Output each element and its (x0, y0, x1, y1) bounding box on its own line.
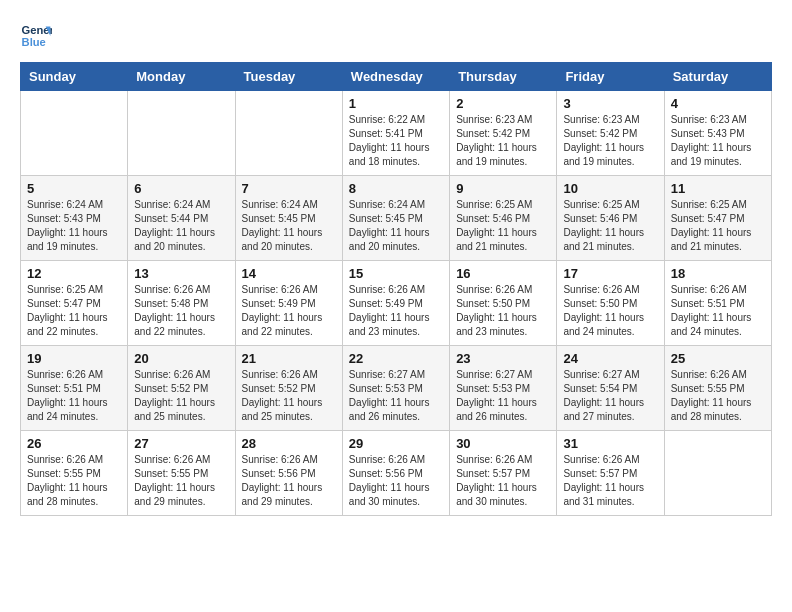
day-info: Sunrise: 6:26 AM Sunset: 5:56 PM Dayligh… (349, 453, 443, 509)
day-number: 17 (563, 266, 657, 281)
day-number: 10 (563, 181, 657, 196)
day-number: 30 (456, 436, 550, 451)
day-number: 27 (134, 436, 228, 451)
day-cell: 2Sunrise: 6:23 AM Sunset: 5:42 PM Daylig… (450, 91, 557, 176)
day-cell: 12Sunrise: 6:25 AM Sunset: 5:47 PM Dayli… (21, 261, 128, 346)
day-info: Sunrise: 6:26 AM Sunset: 5:48 PM Dayligh… (134, 283, 228, 339)
day-number: 28 (242, 436, 336, 451)
day-cell: 6Sunrise: 6:24 AM Sunset: 5:44 PM Daylig… (128, 176, 235, 261)
day-cell: 7Sunrise: 6:24 AM Sunset: 5:45 PM Daylig… (235, 176, 342, 261)
day-number: 9 (456, 181, 550, 196)
weekday-header-sunday: Sunday (21, 63, 128, 91)
day-number: 29 (349, 436, 443, 451)
day-number: 6 (134, 181, 228, 196)
day-cell: 30Sunrise: 6:26 AM Sunset: 5:57 PM Dayli… (450, 431, 557, 516)
weekday-header-saturday: Saturday (664, 63, 771, 91)
weekday-header-thursday: Thursday (450, 63, 557, 91)
day-cell: 28Sunrise: 6:26 AM Sunset: 5:56 PM Dayli… (235, 431, 342, 516)
day-number: 31 (563, 436, 657, 451)
svg-text:General: General (22, 24, 52, 36)
day-info: Sunrise: 6:26 AM Sunset: 5:49 PM Dayligh… (349, 283, 443, 339)
day-number: 1 (349, 96, 443, 111)
day-info: Sunrise: 6:26 AM Sunset: 5:51 PM Dayligh… (671, 283, 765, 339)
day-cell: 22Sunrise: 6:27 AM Sunset: 5:53 PM Dayli… (342, 346, 449, 431)
day-cell: 1Sunrise: 6:22 AM Sunset: 5:41 PM Daylig… (342, 91, 449, 176)
day-number: 22 (349, 351, 443, 366)
day-info: Sunrise: 6:26 AM Sunset: 5:57 PM Dayligh… (563, 453, 657, 509)
day-number: 20 (134, 351, 228, 366)
day-info: Sunrise: 6:25 AM Sunset: 5:47 PM Dayligh… (27, 283, 121, 339)
day-info: Sunrise: 6:26 AM Sunset: 5:49 PM Dayligh… (242, 283, 336, 339)
day-number: 18 (671, 266, 765, 281)
day-cell: 15Sunrise: 6:26 AM Sunset: 5:49 PM Dayli… (342, 261, 449, 346)
day-info: Sunrise: 6:25 AM Sunset: 5:46 PM Dayligh… (563, 198, 657, 254)
day-number: 13 (134, 266, 228, 281)
day-number: 16 (456, 266, 550, 281)
day-cell: 18Sunrise: 6:26 AM Sunset: 5:51 PM Dayli… (664, 261, 771, 346)
day-cell: 4Sunrise: 6:23 AM Sunset: 5:43 PM Daylig… (664, 91, 771, 176)
day-info: Sunrise: 6:26 AM Sunset: 5:57 PM Dayligh… (456, 453, 550, 509)
day-number: 15 (349, 266, 443, 281)
day-info: Sunrise: 6:26 AM Sunset: 5:51 PM Dayligh… (27, 368, 121, 424)
day-number: 4 (671, 96, 765, 111)
day-number: 11 (671, 181, 765, 196)
day-info: Sunrise: 6:27 AM Sunset: 5:53 PM Dayligh… (456, 368, 550, 424)
day-info: Sunrise: 6:24 AM Sunset: 5:44 PM Dayligh… (134, 198, 228, 254)
logo: General Blue (20, 20, 52, 52)
day-info: Sunrise: 6:26 AM Sunset: 5:52 PM Dayligh… (134, 368, 228, 424)
calendar-table: SundayMondayTuesdayWednesdayThursdayFrid… (20, 62, 772, 516)
day-cell: 31Sunrise: 6:26 AM Sunset: 5:57 PM Dayli… (557, 431, 664, 516)
day-cell: 25Sunrise: 6:26 AM Sunset: 5:55 PM Dayli… (664, 346, 771, 431)
day-number: 19 (27, 351, 121, 366)
day-info: Sunrise: 6:25 AM Sunset: 5:46 PM Dayligh… (456, 198, 550, 254)
day-number: 21 (242, 351, 336, 366)
day-cell (128, 91, 235, 176)
week-row-1: 1Sunrise: 6:22 AM Sunset: 5:41 PM Daylig… (21, 91, 772, 176)
day-cell: 29Sunrise: 6:26 AM Sunset: 5:56 PM Dayli… (342, 431, 449, 516)
day-cell: 14Sunrise: 6:26 AM Sunset: 5:49 PM Dayli… (235, 261, 342, 346)
week-row-5: 26Sunrise: 6:26 AM Sunset: 5:55 PM Dayli… (21, 431, 772, 516)
week-row-3: 12Sunrise: 6:25 AM Sunset: 5:47 PM Dayli… (21, 261, 772, 346)
day-cell: 10Sunrise: 6:25 AM Sunset: 5:46 PM Dayli… (557, 176, 664, 261)
day-cell: 5Sunrise: 6:24 AM Sunset: 5:43 PM Daylig… (21, 176, 128, 261)
day-cell: 13Sunrise: 6:26 AM Sunset: 5:48 PM Dayli… (128, 261, 235, 346)
day-number: 7 (242, 181, 336, 196)
day-info: Sunrise: 6:23 AM Sunset: 5:42 PM Dayligh… (563, 113, 657, 169)
week-row-4: 19Sunrise: 6:26 AM Sunset: 5:51 PM Dayli… (21, 346, 772, 431)
day-cell: 27Sunrise: 6:26 AM Sunset: 5:55 PM Dayli… (128, 431, 235, 516)
logo-icon: General Blue (20, 20, 52, 52)
day-cell: 8Sunrise: 6:24 AM Sunset: 5:45 PM Daylig… (342, 176, 449, 261)
day-cell: 24Sunrise: 6:27 AM Sunset: 5:54 PM Dayli… (557, 346, 664, 431)
day-number: 24 (563, 351, 657, 366)
day-number: 2 (456, 96, 550, 111)
svg-text:Blue: Blue (22, 36, 46, 48)
day-info: Sunrise: 6:26 AM Sunset: 5:55 PM Dayligh… (671, 368, 765, 424)
day-info: Sunrise: 6:24 AM Sunset: 5:45 PM Dayligh… (349, 198, 443, 254)
weekday-header-monday: Monday (128, 63, 235, 91)
day-number: 14 (242, 266, 336, 281)
weekday-header-row: SundayMondayTuesdayWednesdayThursdayFrid… (21, 63, 772, 91)
day-info: Sunrise: 6:23 AM Sunset: 5:43 PM Dayligh… (671, 113, 765, 169)
page-header: General Blue (20, 20, 772, 52)
day-number: 12 (27, 266, 121, 281)
day-cell (235, 91, 342, 176)
weekday-header-wednesday: Wednesday (342, 63, 449, 91)
day-cell (664, 431, 771, 516)
day-info: Sunrise: 6:23 AM Sunset: 5:42 PM Dayligh… (456, 113, 550, 169)
day-info: Sunrise: 6:26 AM Sunset: 5:56 PM Dayligh… (242, 453, 336, 509)
day-number: 26 (27, 436, 121, 451)
day-info: Sunrise: 6:22 AM Sunset: 5:41 PM Dayligh… (349, 113, 443, 169)
day-info: Sunrise: 6:24 AM Sunset: 5:43 PM Dayligh… (27, 198, 121, 254)
day-number: 23 (456, 351, 550, 366)
day-cell: 16Sunrise: 6:26 AM Sunset: 5:50 PM Dayli… (450, 261, 557, 346)
day-info: Sunrise: 6:25 AM Sunset: 5:47 PM Dayligh… (671, 198, 765, 254)
day-info: Sunrise: 6:26 AM Sunset: 5:52 PM Dayligh… (242, 368, 336, 424)
day-cell: 21Sunrise: 6:26 AM Sunset: 5:52 PM Dayli… (235, 346, 342, 431)
day-cell: 19Sunrise: 6:26 AM Sunset: 5:51 PM Dayli… (21, 346, 128, 431)
day-number: 8 (349, 181, 443, 196)
day-cell: 11Sunrise: 6:25 AM Sunset: 5:47 PM Dayli… (664, 176, 771, 261)
week-row-2: 5Sunrise: 6:24 AM Sunset: 5:43 PM Daylig… (21, 176, 772, 261)
day-number: 3 (563, 96, 657, 111)
day-cell (21, 91, 128, 176)
day-cell: 23Sunrise: 6:27 AM Sunset: 5:53 PM Dayli… (450, 346, 557, 431)
